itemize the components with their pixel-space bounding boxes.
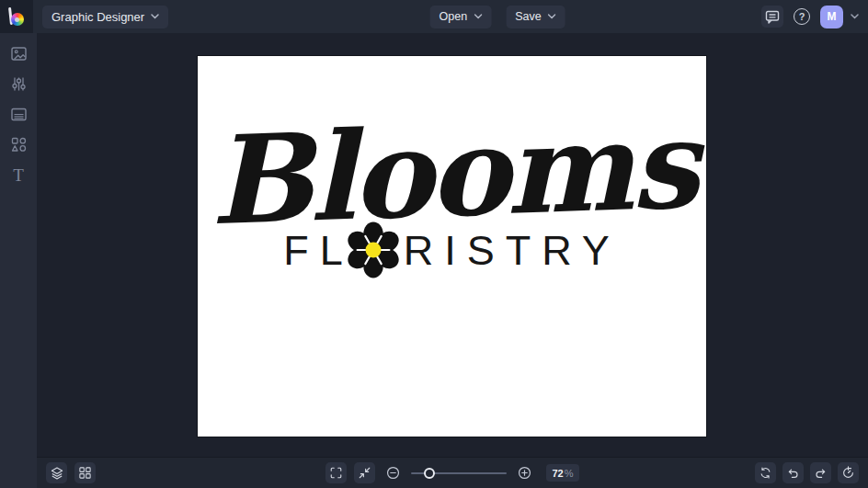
zoom-out-button[interactable] [383, 462, 404, 483]
chevron-down-icon [474, 14, 482, 19]
sidebar-item-graphics[interactable] [6, 136, 30, 153]
app-logo[interactable] [0, 0, 33, 33]
zoom-out-icon [385, 465, 401, 481]
logo-design: Blooms FL [198, 91, 706, 278]
open-button[interactable]: Open [430, 6, 492, 28]
befunky-logo-icon [9, 7, 25, 26]
sliders-icon [10, 75, 28, 93]
undo-button[interactable] [782, 462, 804, 483]
history-button[interactable] [838, 462, 859, 483]
template-icon [10, 106, 28, 123]
save-button[interactable]: Save [506, 6, 565, 28]
user-avatar[interactable]: M [820, 6, 843, 28]
zoom-in-button[interactable] [514, 462, 535, 483]
sidebar-item-edit[interactable] [6, 75, 30, 93]
bottom-left-tools [46, 462, 96, 483]
zoom-controls: 72% [326, 462, 579, 483]
top-bar: Graphic Designer Open Save [0, 0, 868, 33]
undo-icon [786, 466, 800, 480]
sidebar-item-image-manager[interactable] [6, 45, 30, 62]
redo-icon [814, 466, 828, 480]
help-icon: ? [794, 8, 810, 25]
fullscreen-icon [329, 466, 343, 480]
fit-screen-icon [358, 466, 371, 480]
avatar-initial: M [828, 10, 837, 23]
app-mode-label: Graphic Designer [51, 10, 144, 24]
shapes-icon [10, 136, 28, 153]
zoom-value: 72 [552, 468, 563, 479]
app-mode-menu[interactable]: Graphic Designer [42, 6, 168, 28]
feedback-button[interactable] [761, 6, 783, 28]
design-script-text[interactable]: Blooms [207, 83, 698, 263]
chevron-down-icon [548, 14, 556, 19]
redo-button[interactable] [810, 462, 831, 483]
chevron-down-icon [151, 14, 159, 19]
workspace: T Blooms FL [0, 33, 868, 488]
canvas-area[interactable]: Blooms FL [37, 33, 868, 488]
pages-grid-button[interactable] [74, 462, 96, 483]
zoom-slider-handle[interactable] [424, 468, 435, 479]
image-icon [10, 45, 28, 62]
save-label: Save [515, 10, 542, 23]
file-actions: Open Save [430, 0, 565, 33]
zoom-in-icon [517, 465, 532, 481]
reset-icon [759, 466, 772, 480]
layers-icon [50, 466, 64, 481]
app-window: Graphic Designer Open Save [0, 0, 868, 488]
help-button[interactable]: ? [791, 6, 813, 28]
open-label: Open [440, 10, 468, 23]
account-area: ? M [761, 6, 868, 28]
grid-icon [78, 466, 92, 480]
layers-button[interactable] [46, 462, 67, 483]
sidebar-item-text[interactable]: T [6, 166, 30, 184]
design-artboard[interactable]: Blooms FL [198, 56, 706, 437]
chevron-down-icon [851, 14, 859, 19]
zoom-slider[interactable] [411, 466, 507, 481]
comment-icon [765, 10, 780, 24]
sidebar-item-templates[interactable] [6, 106, 30, 123]
fit-to-screen-button[interactable] [354, 462, 375, 483]
history-tools [755, 462, 859, 483]
zoom-unit: % [565, 468, 574, 479]
account-menu-button[interactable] [851, 14, 859, 19]
zoom-level-display[interactable]: 72% [546, 464, 579, 482]
fullscreen-button[interactable] [326, 462, 347, 483]
text-icon: T [13, 166, 24, 184]
history-icon [841, 466, 855, 480]
reset-button[interactable] [755, 462, 776, 483]
bottom-toolbar: 72% [37, 457, 868, 488]
tool-sidebar: T [0, 33, 37, 488]
